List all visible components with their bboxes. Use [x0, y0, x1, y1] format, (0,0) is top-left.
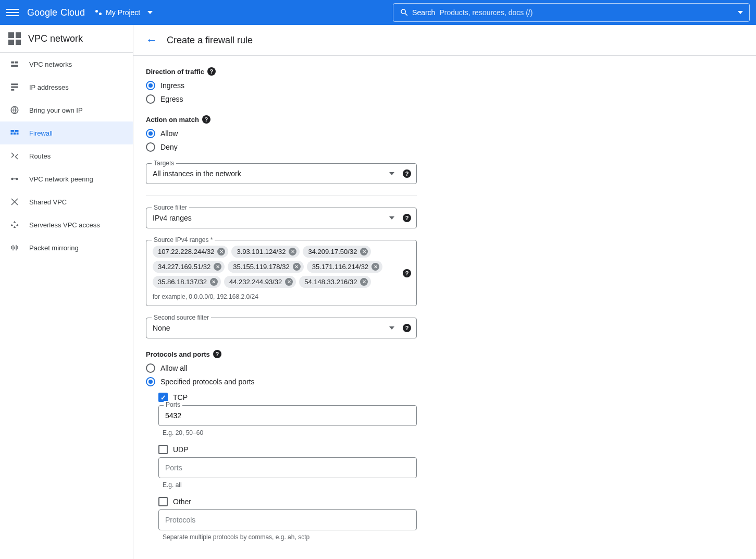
sidebar-item-label: Routes	[29, 152, 51, 160]
ip-range-chip[interactable]: 54.148.33.216/32✕	[299, 276, 371, 288]
second-source-filter-label: Second source filter	[152, 314, 211, 321]
radio-deny[interactable]: Deny	[146, 142, 517, 152]
sidebar-item-label: VPC network peering	[29, 175, 93, 183]
checkbox-tcp[interactable]: TCP	[158, 393, 517, 402]
chevron-down-icon[interactable]	[738, 11, 743, 14]
other-protocols-input[interactable]	[158, 509, 417, 530]
checkbox-udp[interactable]: UDP	[158, 445, 517, 454]
radio-specified[interactable]: Specified protocols and ports	[146, 377, 517, 386]
source-ranges-hint: for example, 0.0.0.0/0, 192.168.2.0/24	[153, 293, 395, 300]
svg-rect-14	[14, 247, 15, 249]
source-filter-select[interactable]: Source filter IPv4 ranges ?	[146, 208, 417, 228]
sidebar-item-label: Shared VPC	[29, 198, 67, 206]
ip-addresses-icon	[9, 82, 20, 92]
svg-rect-2	[11, 65, 18, 67]
hamburger-icon[interactable]	[6, 6, 19, 19]
svg-rect-16	[17, 246, 18, 249]
brand-logo[interactable]: Google Cloud	[27, 7, 85, 18]
ip-range-chip[interactable]: 107.22.228.244/32✕	[153, 246, 228, 258]
second-source-filter-select[interactable]: Second source filter None ?	[146, 318, 417, 338]
top-header: Google Cloud My Project Search	[0, 0, 756, 25]
source-ranges-label: Source IPv4 ranges *	[152, 236, 215, 244]
routes-icon	[9, 151, 20, 161]
svg-rect-5	[15, 130, 19, 132]
sidebar-item-label: Packet mirroring	[29, 244, 79, 252]
chip-remove-icon[interactable]: ✕	[360, 278, 368, 286]
chip-remove-icon[interactable]: ✕	[360, 248, 368, 256]
project-name: My Project	[106, 8, 140, 17]
chip-remove-icon[interactable]: ✕	[210, 278, 218, 286]
sidebar-item-vpc-networks[interactable]: VPC networks	[0, 53, 133, 76]
sidebar-item-serverless[interactable]: Serverless VPC access	[0, 213, 133, 236]
udp-ports-input[interactable]	[158, 457, 417, 478]
svg-rect-7	[14, 132, 16, 135]
help-icon[interactable]: ?	[202, 115, 210, 124]
help-icon[interactable]: ?	[403, 269, 411, 277]
second-source-filter-value: None	[153, 324, 170, 332]
svg-rect-0	[11, 62, 14, 64]
help-icon[interactable]: ?	[403, 324, 411, 332]
peering-icon	[9, 174, 20, 184]
sidebar-item-label: VPC networks	[29, 60, 72, 68]
svg-rect-4	[11, 130, 15, 132]
chip-remove-icon[interactable]: ✕	[289, 248, 296, 256]
search-input[interactable]	[439, 8, 734, 17]
checkbox-other[interactable]: Other	[158, 497, 517, 506]
udp-ports-hint: E.g. all	[163, 481, 517, 489]
shared-vpc-icon	[9, 197, 20, 207]
radio-icon	[146, 129, 155, 138]
chip-text: 44.232.244.93/32	[229, 278, 282, 286]
sidebar: VPC network VPC networks IP addresses Br…	[0, 25, 133, 559]
sidebar-item-label: Bring your own IP	[29, 106, 83, 114]
radio-allow-all[interactable]: Allow all	[146, 363, 517, 373]
svg-rect-6	[11, 132, 13, 135]
vpc-network-icon	[8, 32, 21, 45]
tcp-ports-input[interactable]	[158, 405, 417, 426]
packet-mirroring-icon	[9, 242, 20, 253]
chip-remove-icon[interactable]: ✕	[285, 278, 293, 286]
search-bar[interactable]: Search	[393, 3, 750, 22]
back-arrow-icon[interactable]: ←	[146, 33, 157, 47]
ip-range-chip[interactable]: 35.86.18.137/32✕	[153, 276, 221, 288]
ip-range-chip[interactable]: 35.155.119.178/32✕	[228, 261, 303, 273]
sidebar-item-ip-addresses[interactable]: IP addresses	[0, 76, 133, 99]
radio-allow[interactable]: Allow	[146, 129, 517, 138]
help-icon[interactable]: ?	[403, 169, 411, 178]
sidebar-item-label: Firewall	[29, 129, 53, 137]
source-filter-label: Source filter	[152, 204, 189, 211]
chip-text: 34.209.17.50/32	[308, 248, 357, 256]
chip-remove-icon[interactable]: ✕	[371, 263, 379, 271]
sidebar-item-packet-mirroring[interactable]: Packet mirroring	[0, 236, 133, 259]
chevron-down-icon	[389, 172, 394, 175]
sidebar-item-shared-vpc[interactable]: Shared VPC	[0, 190, 133, 213]
ip-range-chip[interactable]: 35.171.116.214/32✕	[307, 261, 382, 273]
targets-select[interactable]: Targets All instances in the network ?	[146, 163, 417, 184]
sidebar-item-routes[interactable]: Routes	[0, 144, 133, 167]
chip-remove-icon[interactable]: ✕	[217, 248, 225, 256]
protocols-ports-label: Protocols and ports ?	[146, 350, 517, 358]
sidebar-item-byoip[interactable]: Bring your own IP	[0, 99, 133, 121]
chip-remove-icon[interactable]: ✕	[293, 263, 301, 271]
ip-range-chip[interactable]: 34.209.17.50/32✕	[303, 246, 371, 258]
chip-text: 35.171.116.214/32	[312, 263, 368, 271]
radio-egress[interactable]: Egress	[146, 94, 517, 104]
chip-remove-icon[interactable]: ✕	[214, 263, 221, 271]
chevron-down-icon	[147, 11, 153, 14]
help-icon[interactable]: ?	[403, 214, 411, 222]
source-ranges-input[interactable]: Source IPv4 ranges * ? 107.22.228.244/32…	[146, 240, 417, 306]
checkbox-icon	[158, 445, 168, 454]
ip-range-chip[interactable]: 34.227.169.51/32✕	[153, 261, 225, 273]
help-icon[interactable]: ?	[213, 350, 221, 358]
project-dots-icon	[95, 9, 103, 16]
sidebar-item-firewall[interactable]: Firewall	[0, 121, 133, 144]
ip-range-chip[interactable]: 3.93.101.124/32✕	[231, 246, 300, 258]
project-picker[interactable]: My Project	[95, 8, 153, 17]
checkbox-icon	[158, 497, 168, 506]
sidebar-item-label: IP addresses	[29, 83, 69, 91]
svg-rect-12	[11, 246, 12, 249]
help-icon[interactable]: ?	[207, 67, 216, 76]
sidebar-item-label: Serverless VPC access	[29, 221, 100, 229]
ip-range-chip[interactable]: 44.232.244.93/32✕	[224, 276, 296, 288]
radio-ingress[interactable]: Ingress	[146, 81, 517, 90]
sidebar-item-peering[interactable]: VPC network peering	[0, 167, 133, 190]
